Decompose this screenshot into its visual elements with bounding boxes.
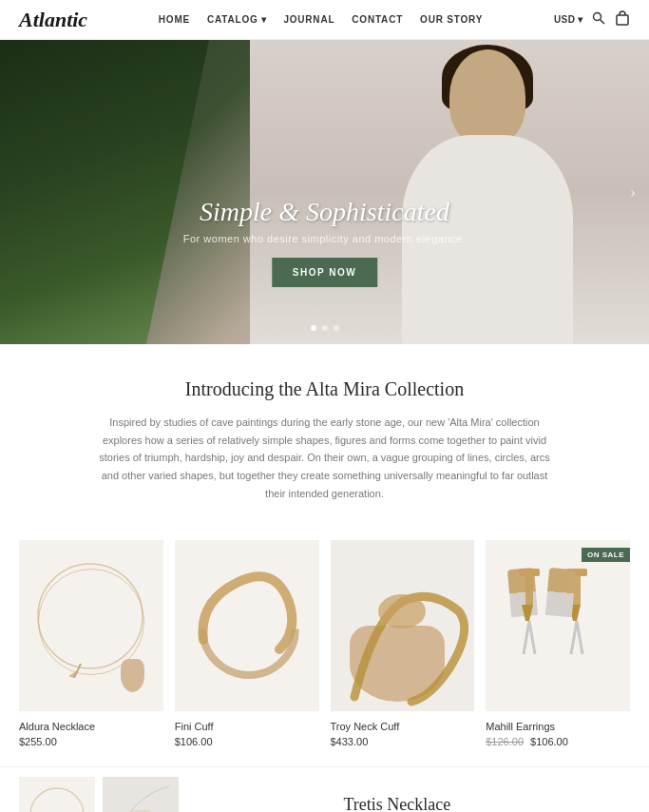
nav-home[interactable]: HOME: [159, 14, 190, 25]
svg-rect-11: [573, 576, 581, 605]
hero-person-decoration: [250, 40, 649, 344]
hero-dots: [311, 325, 339, 331]
hero-title: Simple & Sophisticated: [183, 197, 466, 227]
svg-rect-8: [525, 576, 533, 605]
hero-subtitle: For women who desire simplicity and mode…: [183, 233, 466, 244]
svg-line-1: [601, 20, 605, 25]
site-logo[interactable]: Atlantic: [19, 8, 87, 32]
bottom-thumbnails: [19, 777, 325, 812]
svg-point-6: [378, 594, 426, 628]
hero-dot-3[interactable]: [334, 325, 339, 331]
intro-body: Inspired by studies of cave paintings du…: [97, 414, 553, 502]
svg-line-15: [571, 621, 577, 654]
currency-chevron-icon: ▾: [578, 14, 583, 25]
hero-text-block: Simple & Sophisticated For women who des…: [183, 197, 466, 287]
site-header: Atlantic HOME CATALOG ▾ JOURNAL CONTACT …: [0, 0, 649, 40]
svg-marker-9: [522, 605, 533, 621]
hero-next-arrow[interactable]: ›: [630, 183, 636, 203]
hero-palm-decoration: [0, 40, 209, 344]
svg-point-0: [594, 13, 601, 21]
bottom-product-name[interactable]: Tretis Necklace: [344, 795, 631, 812]
bottom-section: Tretis Necklace $198.00: [0, 766, 649, 812]
nav-our-story[interactable]: OUR STORY: [420, 14, 483, 25]
product-name-mahill: Mahill Earrings: [486, 721, 630, 732]
svg-rect-7: [519, 569, 540, 576]
search-button[interactable]: [592, 11, 605, 28]
catalog-chevron-icon: ▾: [261, 14, 267, 25]
nav-catalog[interactable]: CATALOG ▾: [207, 14, 266, 25]
product-name-fini: Fini Cuff: [175, 721, 319, 732]
product-fini-cuff[interactable]: Fini Cuff $106.00: [175, 540, 319, 747]
hero-cta-button[interactable]: SHOP NOW: [272, 258, 377, 287]
svg-rect-2: [617, 15, 628, 25]
svg-point-17: [30, 788, 84, 812]
product-price-troy: $433.00: [331, 736, 475, 747]
hero-section: Simple & Sophisticated For women who des…: [0, 40, 649, 344]
svg-line-13: [524, 621, 529, 654]
product-aldura-necklace[interactable]: Aldura Necklace $255.00: [19, 540, 163, 747]
product-mahill-earrings[interactable]: ON SALE Mahill Earrings $126.00 $106.00: [486, 540, 630, 747]
main-nav: HOME CATALOG ▾ JOURNAL CONTACT OUR STORY: [159, 14, 483, 25]
intro-section: Introducing the Alta Mira Collection Ins…: [0, 344, 649, 521]
product-price-mahill: $126.00 $106.00: [486, 736, 630, 747]
svg-line-16: [577, 621, 582, 654]
product-price-aldura: $255.00: [19, 736, 163, 747]
person-head: [449, 49, 525, 145]
product-image-troy: [331, 540, 475, 711]
nav-journal[interactable]: JOURNAL: [283, 14, 334, 25]
currency-selector[interactable]: USD ▾: [554, 14, 582, 25]
svg-line-14: [529, 621, 535, 654]
product-price-fini: $106.00: [175, 736, 319, 747]
hero-dot-2[interactable]: [322, 325, 328, 331]
product-image-mahill: ON SALE: [486, 540, 630, 711]
product-name-aldura: Aldura Necklace: [19, 721, 163, 732]
product-image-fini: [175, 540, 319, 711]
products-grid: Aldura Necklace $255.00 Fini Cuff $106.0…: [0, 521, 649, 757]
hero-dot-1[interactable]: [311, 325, 316, 331]
nav-contact[interactable]: CONTACT: [352, 14, 403, 25]
cart-icon: [615, 10, 630, 29]
hero-background: [0, 40, 649, 344]
bottom-thumb-1[interactable]: [19, 777, 95, 812]
svg-marker-12: [569, 605, 581, 621]
header-actions: USD ▾: [554, 10, 630, 29]
bottom-thumb-2[interactable]: [103, 777, 179, 812]
product-troy-neck-cuff[interactable]: Troy Neck Cuff $433.00: [331, 540, 475, 747]
bottom-product-info: Tretis Necklace $198.00: [325, 795, 631, 812]
product-image-aldura: [19, 540, 163, 711]
svg-point-3: [38, 564, 143, 668]
product-name-troy: Troy Neck Cuff: [331, 721, 475, 732]
svg-rect-10: [566, 569, 587, 576]
cart-button[interactable]: [615, 10, 630, 29]
intro-title: Introducing the Alta Mira Collection: [76, 378, 573, 400]
search-icon: [592, 11, 605, 28]
